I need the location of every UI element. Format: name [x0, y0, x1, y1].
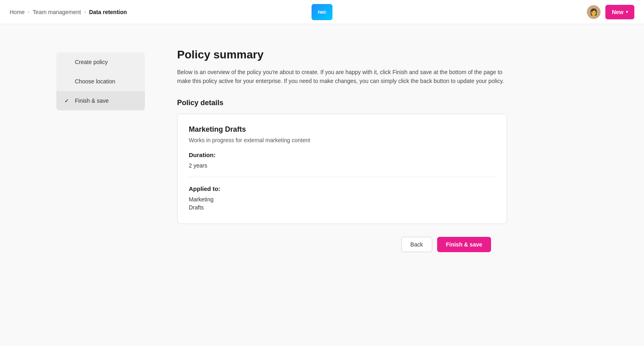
steps-list: Create policy Choose location ✓ Finish &…	[56, 52, 145, 110]
page-title: Policy summary	[177, 48, 507, 61]
applied-label: Applied to:	[189, 185, 495, 192]
new-button[interactable]: New ▾	[605, 5, 634, 19]
chevron-down-icon: ▾	[626, 10, 628, 14]
header-right: 👩 New ▾	[587, 5, 634, 19]
step-label-3: Finish & save	[75, 97, 109, 104]
breadcrumb-home[interactable]: Home	[10, 9, 25, 15]
step-create-policy[interactable]: Create policy	[56, 52, 145, 72]
section-title: Policy details	[177, 99, 507, 107]
policy-divider	[189, 177, 495, 177]
avatar[interactable]: 👩	[587, 5, 601, 19]
applied-location-1: Marketing	[189, 196, 495, 203]
step-check-3: ✓	[64, 97, 71, 104]
applied-location-2: Drafts	[189, 204, 495, 211]
duration-label: Duration:	[189, 151, 495, 158]
step-label-1: Create policy	[75, 59, 108, 65]
logo-text: nec	[318, 9, 326, 15]
header: Home › Team management › Data retention …	[0, 0, 644, 24]
breadcrumb: Home › Team management › Data retention	[10, 9, 127, 15]
step-label-2: Choose location	[75, 78, 115, 85]
policy-card: Marketing Drafts Works in progress for e…	[177, 114, 507, 224]
footer-actions: Back Finish & save	[177, 237, 507, 252]
page-description: Below is an overview of the policy you'r…	[177, 68, 507, 86]
breadcrumb-sep-1: ›	[28, 9, 29, 15]
main-layout: Create policy Choose location ✓ Finish &…	[40, 24, 604, 268]
back-button[interactable]: Back	[401, 237, 432, 252]
policy-name: Marketing Drafts	[189, 125, 495, 134]
breadcrumb-data-retention: Data retention	[89, 9, 127, 15]
logo[interactable]: nec	[312, 4, 332, 20]
policy-description: Works in progress for external marketing…	[189, 137, 495, 143]
steps-sidebar: Create policy Choose location ✓ Finish &…	[40, 48, 161, 252]
content-area: Policy summary Below is an overview of t…	[161, 48, 523, 252]
breadcrumb-sep-2: ›	[84, 9, 86, 15]
breadcrumb-team-management[interactable]: Team management	[33, 9, 81, 15]
duration-value: 2 years	[189, 162, 495, 169]
finish-save-button[interactable]: Finish & save	[437, 237, 491, 252]
step-finish-save[interactable]: ✓ Finish & save	[56, 91, 145, 110]
new-button-label: New	[612, 9, 623, 15]
step-choose-location[interactable]: Choose location	[56, 72, 145, 91]
